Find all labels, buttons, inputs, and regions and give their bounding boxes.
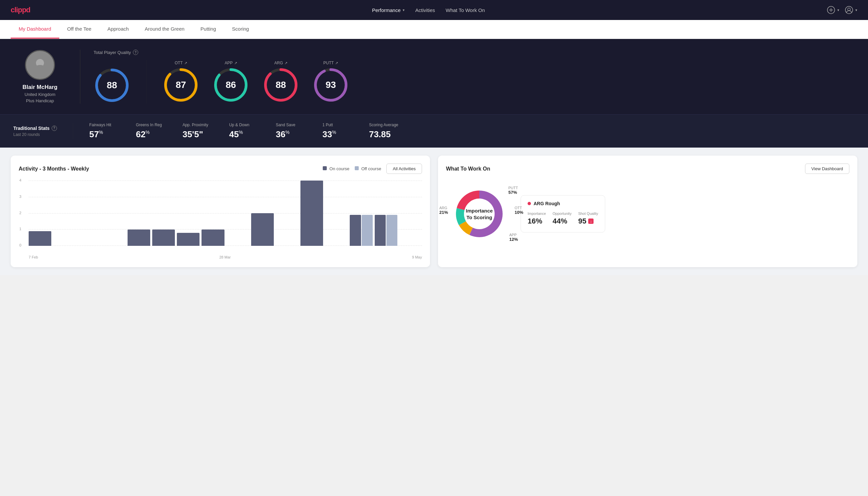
- info-row-labels: Importance 16% Opportunity 44% Shot Qual…: [527, 212, 598, 226]
- bars-container: [29, 181, 422, 246]
- divider: [80, 50, 80, 104]
- stat-greens-in-reg: Greens In Reg 62%: [136, 123, 169, 140]
- stat-scoring-average: Scoring Average 73.85: [369, 123, 403, 140]
- bottom-section: Activity - 3 Months - Weekly On course O…: [0, 148, 868, 275]
- nav-activities[interactable]: Activities: [415, 7, 435, 13]
- arg-label: ARG ↗: [274, 61, 287, 65]
- oncourse-bar: [202, 230, 224, 246]
- work-card-header: What To Work On View Dashboard: [446, 164, 849, 174]
- oncourse-legend-dot: [323, 166, 327, 170]
- putt-value: 93: [326, 80, 336, 90]
- work-content: PUTT 57% OTT 10% APP 12% ARG: [446, 181, 849, 247]
- sub-nav: My Dashboard Off the Tee Approach Around…: [0, 20, 868, 39]
- bar-group-4: [128, 230, 150, 246]
- add-button[interactable]: ▾: [827, 6, 839, 14]
- opportunity-col: Opportunity 44%: [553, 212, 571, 226]
- all-activities-button[interactable]: All Activities: [386, 164, 422, 174]
- ARG-donut-segment: [457, 190, 479, 210]
- oncourse-bar: [251, 213, 274, 246]
- putt-label: PUTT ↗: [323, 61, 338, 65]
- tab-my-dashboard[interactable]: My Dashboard: [11, 20, 59, 38]
- bar-group-5: [152, 230, 175, 246]
- dot-icon: [527, 202, 531, 205]
- chart-legend: On course Off course: [323, 166, 381, 171]
- arrow-icon: ↗: [335, 61, 338, 65]
- activity-card: Activity - 3 Months - Weekly On course O…: [11, 156, 430, 267]
- main-circle-value: 88: [107, 80, 117, 91]
- stat-fairways-hit: Fairways Hit 57%: [89, 123, 123, 140]
- arrow-icon: ↗: [284, 61, 287, 65]
- oncourse-bar: [152, 230, 175, 246]
- divider-3: [73, 123, 73, 139]
- trad-stats-section: Traditional Stats ? Last 20 rounds Fairw…: [0, 114, 868, 148]
- nav-what-to-work-on[interactable]: What To Work On: [446, 7, 485, 13]
- bar-group-9: [251, 213, 274, 246]
- divider-2: [146, 60, 146, 104]
- ott-circle: 87: [162, 67, 199, 103]
- svg-point-4: [848, 8, 850, 11]
- offcourse-legend-dot: [355, 166, 359, 170]
- ott-circle-container: OTT ↗ 87: [162, 61, 199, 103]
- opportunity-value: 44%: [553, 217, 571, 226]
- activity-card-header: Activity - 3 Months - Weekly On course O…: [19, 164, 422, 174]
- oncourse-bar: [177, 233, 200, 246]
- help-icon[interactable]: ?: [133, 50, 138, 55]
- trad-help-icon[interactable]: ?: [52, 126, 57, 131]
- bar-group-7: [202, 230, 224, 246]
- oncourse-bar: [300, 181, 323, 246]
- arg-circle: 88: [263, 67, 299, 103]
- arrow-icon: ↗: [184, 61, 187, 65]
- profile-handicap: Plus Handicap: [26, 98, 54, 103]
- stat-up-and-down: Up & Down 45%: [229, 123, 263, 140]
- trad-stats-label: Traditional Stats ? Last 20 rounds: [13, 126, 57, 137]
- hero-section: Blair McHarg United Kingdom Plus Handica…: [0, 39, 868, 114]
- add-chevron-icon: ▾: [837, 8, 839, 12]
- bar-group-0: [29, 231, 51, 246]
- importance-value: 16%: [527, 217, 546, 226]
- view-dashboard-button[interactable]: View Dashboard: [805, 164, 849, 174]
- tab-around-the-green[interactable]: Around the Green: [137, 20, 192, 38]
- tab-off-the-tee[interactable]: Off the Tee: [59, 20, 99, 38]
- shot-quality-value: 95 ↓: [578, 217, 598, 226]
- quality-circles: 88 OTT ↗ 87: [94, 60, 855, 104]
- shot-quality-col: Shot Quality 95 ↓: [578, 212, 598, 226]
- logo: clippd: [11, 6, 30, 14]
- oncourse-bar: [375, 215, 386, 246]
- main-circle-wrap: 88: [94, 67, 130, 104]
- offcourse-bar: [386, 215, 397, 246]
- top-nav: clippd Performance ▾ Activities What To …: [0, 0, 868, 20]
- shot-quality-badge: ↓: [588, 218, 594, 224]
- bar-group-11: [300, 181, 323, 246]
- user-chevron-icon: ▾: [855, 8, 857, 12]
- bar-group-6: [177, 233, 200, 246]
- tab-scoring[interactable]: Scoring: [224, 20, 257, 38]
- stat-one-putt: 1 Putt 33%: [322, 123, 356, 140]
- app-circle: 86: [212, 67, 249, 103]
- nav-links: Performance ▾ Activities What To Work On: [372, 7, 485, 13]
- arrow-icon: ↗: [234, 61, 237, 65]
- profile-name: Blair McHarg: [23, 84, 58, 91]
- oncourse-bar: [128, 230, 150, 246]
- nav-right: ▾ ▾: [827, 6, 857, 14]
- app-circle-container: APP ↗ 86: [212, 61, 249, 103]
- info-card-title: ARG Rough: [527, 201, 598, 206]
- trad-stats-sublabel: Last 20 rounds: [13, 132, 57, 137]
- quality-label: Total Player Quality ?: [94, 50, 855, 55]
- stat-sand-save: Sand Save 36%: [276, 123, 309, 140]
- oncourse-bar: [350, 215, 361, 246]
- quality-stats: Total Player Quality ? 88: [94, 50, 855, 104]
- putt-circle: 93: [312, 67, 349, 103]
- chevron-down-icon: ▾: [403, 8, 405, 12]
- work-card: What To Work On View Dashboard PUTT 57%: [438, 156, 857, 267]
- nav-performance[interactable]: Performance ▾: [372, 7, 405, 13]
- tab-putting[interactable]: Putting: [192, 20, 224, 38]
- importance-col: Importance 16%: [527, 212, 546, 226]
- bar-group-13: [350, 215, 373, 246]
- tab-approach[interactable]: Approach: [99, 20, 137, 38]
- avatar: [25, 50, 55, 80]
- profile-country: United Kingdom: [25, 92, 56, 97]
- stat-app-proximity: App. Proximity 35'5": [183, 123, 216, 140]
- main-quality-circle: 88: [94, 60, 130, 104]
- user-menu-button[interactable]: ▾: [845, 6, 857, 14]
- x-axis-labels: 7 Feb 28 Mar 9 May: [19, 255, 422, 259]
